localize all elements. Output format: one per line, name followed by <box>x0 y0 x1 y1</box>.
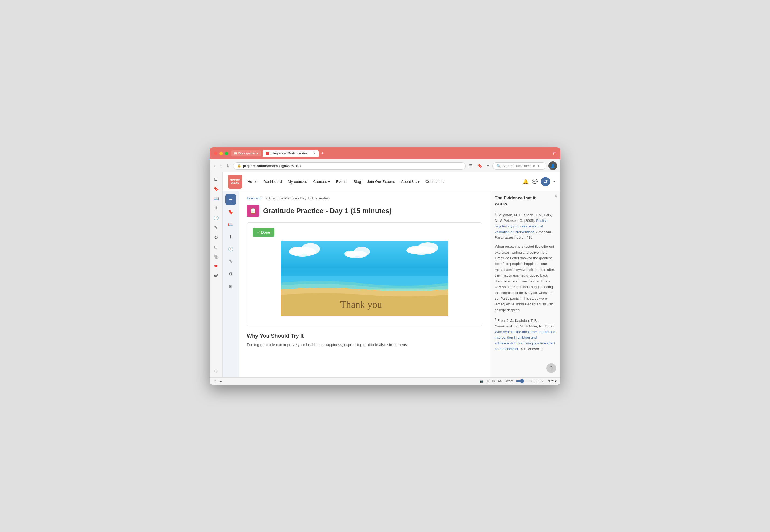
doc-area: Integration › Gratitude Practice - Day 1… <box>239 191 490 377</box>
image-icon[interactable]: 🖼 <box>486 379 490 383</box>
reload-button[interactable]: ↻ <box>225 163 231 169</box>
user-profile-button[interactable]: 👤 <box>548 161 557 170</box>
cloud-icon[interactable]: ☁ <box>219 379 222 383</box>
svg-point-2 <box>301 243 320 255</box>
svg-point-3 <box>290 247 305 255</box>
notes-button[interactable]: ✎ <box>212 223 221 232</box>
tab-tile-button[interactable]: ⊞ <box>212 243 221 251</box>
ref2-journal: The Journal of <box>519 347 542 351</box>
nav-join-our-experts[interactable]: Join Our Experts <box>367 179 395 184</box>
time-display: 17:12 <box>548 379 556 383</box>
edit-icon[interactable]: ✎ <box>225 256 236 267</box>
right-panel-title: The Evidence that it works. <box>495 195 556 207</box>
nav-blog[interactable]: Blog <box>353 179 361 184</box>
bookmark-list-button[interactable]: ▾ <box>486 163 490 169</box>
beach-svg: Thank you <box>281 241 448 316</box>
notification-bell-icon[interactable]: 🔔 <box>522 179 528 185</box>
page-title-row: 📋 Gratitude Practice - Day 1 (15 minutes… <box>247 205 482 217</box>
nav-dashboard[interactable]: Dashboard <box>263 179 282 184</box>
zoom-slider[interactable] <box>516 379 532 383</box>
nav-my-courses[interactable]: My courses <box>288 179 307 184</box>
messages-icon[interactable]: 💬 <box>532 179 538 185</box>
download-icon[interactable]: ⬇ <box>225 231 236 242</box>
wikipedia-button[interactable]: W <box>212 272 221 280</box>
browser-sidebar: ⊟ 🔖 📖 ⬇ 🕐 ✎ ⚙ ⊞ 🐘 ❤ W ⊕ <box>210 172 223 377</box>
screenshot-icon[interactable]: 📷 <box>480 379 484 383</box>
url-field[interactable]: 🔒 prepare.online/mod/assign/view.php <box>233 162 466 170</box>
menu-icon[interactable]: ☰ <box>225 194 236 205</box>
shield-icon: 🔒 <box>237 164 241 168</box>
window-icon[interactable]: ⧉ <box>492 379 495 383</box>
help-button[interactable]: ? <box>546 363 556 373</box>
close-window-button[interactable] <box>214 152 218 155</box>
assignment-box: ✓ Done <box>247 222 482 326</box>
grid-icon[interactable]: ⊞ <box>225 281 236 292</box>
svg-point-9 <box>407 246 424 254</box>
user-avatar[interactable]: LT <box>541 177 550 186</box>
bookmarks-panel-button[interactable]: 🔖 <box>212 184 221 193</box>
back-button[interactable]: ‹ <box>213 163 217 169</box>
bookmark-button[interactable]: 🔖 <box>476 163 483 169</box>
settings-icon[interactable]: ⚙ <box>225 268 236 279</box>
downloads-button[interactable]: ⬇ <box>212 204 221 212</box>
breadcrumb: Integration › Gratitude Practice - Day 1… <box>247 196 482 200</box>
tab-favicon <box>266 152 269 155</box>
status-bar-right: 📷 🖼 ⧉ </> Reset 100 % 17:12 <box>480 379 556 383</box>
reading-list-button[interactable]: 📖 <box>212 194 221 203</box>
breadcrumb-link[interactable]: Integration <box>247 196 263 200</box>
ref1-number: 1 <box>495 212 496 215</box>
reference-2: 2 Froh, J. J., Kashdan, T. B., Ozimkowsk… <box>495 317 556 352</box>
maximize-window-button[interactable] <box>225 152 228 155</box>
read-icon[interactable]: 📖 <box>225 219 236 230</box>
minimize-window-button[interactable] <box>219 152 223 155</box>
mastodon-button[interactable]: 🐘 <box>212 252 221 261</box>
sidebar-toggle-icon[interactable]: ⊟ <box>214 379 216 383</box>
reader-view-button[interactable]: ☰ <box>468 163 474 169</box>
nav-about-us[interactable]: About Us ▾ <box>401 179 420 184</box>
sidebar-toggle-button[interactable]: ⊟ <box>212 175 221 183</box>
clock-icon[interactable]: 🕐 <box>225 244 236 254</box>
nav-events[interactable]: Events <box>336 179 348 184</box>
ref2-authors: Froh, J. J., Kashdan, T. B., Ozimkowski,… <box>495 319 555 329</box>
new-tab-button[interactable]: + <box>320 151 325 156</box>
site-nav: Home Dashboard My courses Courses ▾ Even… <box>248 179 517 184</box>
done-button[interactable]: ✓ Done <box>253 228 274 237</box>
tab-title: Integration: Gratitude Pra… <box>271 151 310 155</box>
tab-close-button[interactable]: ✕ <box>313 152 315 155</box>
left-nav-panel: ☰ 🔖 📖 ⬇ 🕐 ✎ ⚙ ⊞ <box>223 191 239 377</box>
bookmark-icon[interactable]: 🔖 <box>225 206 236 217</box>
nav-courses[interactable]: Courses ▾ <box>313 179 330 184</box>
reference-1: 1 Seligman, M. E., Steen, T. A., Park, N… <box>495 212 556 240</box>
workspaces-button[interactable]: ⊞ Workspaces ▾ <box>232 150 261 156</box>
workspaces-label: Workspaces <box>238 151 256 155</box>
nav-contact-us[interactable]: Contact us <box>425 179 443 184</box>
dev-tools-icon[interactable]: </> <box>497 379 502 383</box>
header-right: 🔔 💬 LT ▾ <box>522 177 555 186</box>
window-controls <box>214 152 228 155</box>
search-bar[interactable]: 🔍 Search DuckDuckGo ▾ <box>492 162 546 170</box>
title-bar: ⊞ Workspaces ▾ Integration: Gratitude Pr… <box>210 147 560 159</box>
forward-button[interactable]: › <box>219 163 223 169</box>
panel-body-text: When researchers tested five different e… <box>495 244 556 313</box>
why-heading: Why You Should Try It <box>247 333 482 339</box>
sidebar-bottom: ⊕ <box>212 367 221 375</box>
history-button[interactable]: 🕐 <box>212 213 221 222</box>
restore-icon[interactable]: ⧉ <box>552 151 556 156</box>
search-dropdown-icon: ▾ <box>538 164 539 167</box>
svg-point-6 <box>344 251 358 257</box>
reset-label[interactable]: Reset <box>505 379 513 383</box>
extensions-button[interactable]: ⚙ <box>212 233 221 241</box>
active-tab[interactable]: Integration: Gratitude Pra… ✕ <box>263 150 319 157</box>
url-path: /mod/assign/view.php <box>267 164 301 168</box>
nav-home[interactable]: Home <box>248 179 257 184</box>
url-domain: prepare.online <box>243 164 267 168</box>
close-panel-button[interactable]: × <box>555 194 557 198</box>
page-title-icon: 📋 <box>247 205 259 217</box>
chevron-down-icon: ▾ <box>257 152 258 155</box>
beach-image: Thank you <box>281 241 448 316</box>
add-panel-button[interactable]: ⊕ <box>212 367 221 375</box>
site-logo: PREPARE ONLINE <box>228 175 242 189</box>
user-dropdown-icon[interactable]: ▾ <box>553 180 555 184</box>
browser-body: ⊟ 🔖 📖 ⬇ 🕐 ✎ ⚙ ⊞ 🐘 ❤ W ⊕ PREPARE ONLINE <box>210 172 560 377</box>
vivaldi-button[interactable]: ❤ <box>212 262 221 271</box>
